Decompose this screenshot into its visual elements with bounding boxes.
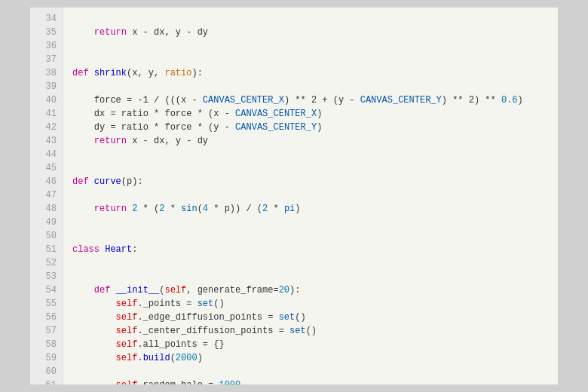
- code-line: [72, 12, 558, 26]
- line-number: 36: [30, 39, 63, 53]
- line-number: 50: [30, 229, 63, 243]
- line-number: 51: [30, 243, 63, 256]
- code-line: self._center_diffusion_points = set(): [72, 324, 558, 338]
- line-number: 35: [30, 26, 63, 39]
- code-line: self._edge_diffusion_points = set(): [72, 311, 558, 324]
- code-editor[interactable]: 3435363738394041424344454647484950515253…: [30, 8, 558, 384]
- line-number: 40: [30, 93, 63, 107]
- code-line: self.random_halo = 1000: [72, 378, 558, 384]
- code-content[interactable]: return x - dx, y - dy def shrink(x, y, r…: [63, 8, 558, 384]
- code-line: dx = ratio * force * (x - CANVAS_CENTER_…: [72, 107, 558, 121]
- line-number: 39: [30, 80, 63, 93]
- code-line: [72, 161, 558, 175]
- line-number: 60: [30, 365, 63, 378]
- line-number: 59: [30, 351, 63, 365]
- line-number: 44: [30, 148, 63, 161]
- code-line: def __init__(self, generate_frame=20):: [72, 283, 558, 297]
- line-number: 37: [30, 53, 63, 66]
- code-line: [72, 365, 558, 378]
- line-number: 34: [30, 12, 63, 26]
- code-line: def shrink(x, y, ratio):: [72, 66, 558, 80]
- code-line: [72, 53, 558, 66]
- line-number: 58: [30, 338, 63, 351]
- line-number: 49: [30, 216, 63, 229]
- code-line: [72, 270, 558, 283]
- code-line: self.build(2000): [72, 351, 558, 365]
- code-line: force = -1 / (((x - CANVAS_CENTER_X) ** …: [72, 93, 558, 107]
- line-number: 46: [30, 175, 63, 188]
- code-line: [72, 256, 558, 270]
- line-number: 52: [30, 256, 63, 270]
- line-numbers: 3435363738394041424344454647484950515253…: [30, 8, 63, 384]
- line-number: 53: [30, 270, 63, 283]
- code-line: [72, 216, 558, 229]
- line-number: 61: [30, 378, 63, 384]
- line-number: 55: [30, 297, 63, 311]
- line-number: 54: [30, 283, 63, 297]
- line-number: 56: [30, 311, 63, 324]
- code-line: def curve(p):: [72, 175, 558, 188]
- code-line: return x - dx, y - dy: [72, 26, 558, 39]
- code-line: self._points = set(): [72, 297, 558, 311]
- code-line: self.all_points = {}: [72, 338, 558, 351]
- line-number: 38: [30, 66, 63, 80]
- line-number: 42: [30, 121, 63, 134]
- code-line: [72, 148, 558, 161]
- code-line: dy = ratio * force * (y - CANVAS_CENTER_…: [72, 121, 558, 134]
- code-line: return x - dx, y - dy: [72, 134, 558, 148]
- line-number: 48: [30, 202, 63, 216]
- line-number: 43: [30, 134, 63, 148]
- line-number: 57: [30, 324, 63, 338]
- line-number: 45: [30, 161, 63, 175]
- line-number: 47: [30, 188, 63, 202]
- code-line: return 2 * (2 * sin(4 * p)) / (2 * pi): [72, 202, 558, 216]
- line-number: 41: [30, 107, 63, 121]
- code-line: [72, 229, 558, 243]
- code-area: 3435363738394041424344454647484950515253…: [30, 8, 558, 384]
- code-line: [72, 39, 558, 53]
- code-line: [72, 188, 558, 202]
- code-line: class Heart:: [72, 243, 558, 256]
- code-line: [72, 80, 558, 93]
